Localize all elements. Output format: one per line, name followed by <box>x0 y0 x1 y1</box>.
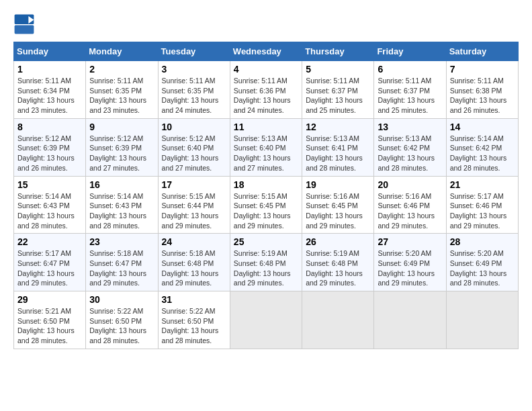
day-number: 17 <box>162 179 226 190</box>
day-info: Sunrise: 5:11 AM Sunset: 6:36 PM Dayligh… <box>234 76 298 116</box>
day-number: 26 <box>306 236 370 247</box>
day-cell: 4 Sunrise: 5:11 AM Sunset: 6:36 PM Dayli… <box>230 61 302 119</box>
day-cell: 23 Sunrise: 5:18 AM Sunset: 6:47 PM Dayl… <box>86 234 158 291</box>
day-info: Sunrise: 5:17 AM Sunset: 6:46 PM Dayligh… <box>450 191 515 231</box>
day-info: Sunrise: 5:16 AM Sunset: 6:46 PM Dayligh… <box>378 191 442 231</box>
sunset: Sunset: 6:47 PM <box>17 259 70 267</box>
day-cell: 18 Sunrise: 5:15 AM Sunset: 6:45 PM Dayl… <box>230 176 302 234</box>
day-number: 3 <box>162 64 226 75</box>
day-number: 20 <box>378 179 442 190</box>
sunrise: Sunrise: 5:16 AM <box>378 192 431 200</box>
daylight: Daylight: 13 hours and 28 minutes. <box>17 212 75 230</box>
day-number: 30 <box>89 294 154 305</box>
daylight: Daylight: 13 hours and 24 minutes. <box>162 96 219 114</box>
daylight: Daylight: 13 hours and 29 minutes. <box>89 269 146 287</box>
day-cell: 8 Sunrise: 5:12 AM Sunset: 6:39 PM Dayli… <box>14 118 86 176</box>
sunrise: Sunrise: 5:11 AM <box>234 77 287 85</box>
daylight: Daylight: 13 hours and 28 minutes. <box>450 269 507 287</box>
daylight: Daylight: 13 hours and 23 minutes. <box>89 96 146 114</box>
sunrise: Sunrise: 5:13 AM <box>378 134 431 142</box>
daylight: Daylight: 13 hours and 29 minutes. <box>378 212 435 230</box>
sunrise: Sunrise: 5:13 AM <box>234 134 287 142</box>
day-info: Sunrise: 5:19 AM Sunset: 6:48 PM Dayligh… <box>306 248 370 288</box>
daylight: Daylight: 13 hours and 28 minutes. <box>378 154 435 172</box>
daylight: Daylight: 13 hours and 29 minutes. <box>162 212 219 230</box>
week-row-1: 1 Sunrise: 5:11 AM Sunset: 6:34 PM Dayli… <box>14 61 519 119</box>
day-number: 28 <box>450 236 515 247</box>
day-info: Sunrise: 5:18 AM Sunset: 6:47 PM Dayligh… <box>89 248 154 288</box>
day-cell <box>374 291 446 349</box>
daylight: Daylight: 13 hours and 28 minutes. <box>162 326 219 345</box>
day-info: Sunrise: 5:14 AM Sunset: 6:43 PM Dayligh… <box>17 191 82 231</box>
svg-rect-1 <box>15 26 34 34</box>
day-cell: 20 Sunrise: 5:16 AM Sunset: 6:46 PM Dayl… <box>374 176 446 234</box>
day-number: 27 <box>378 236 442 247</box>
day-info: Sunrise: 5:12 AM Sunset: 6:39 PM Dayligh… <box>17 134 82 173</box>
sunrise: Sunrise: 5:12 AM <box>89 134 143 142</box>
day-cell: 29 Sunrise: 5:21 AM Sunset: 6:50 PM Dayl… <box>14 291 86 349</box>
day-cell: 28 Sunrise: 5:20 AM Sunset: 6:49 PM Dayl… <box>446 234 518 291</box>
daylight: Daylight: 13 hours and 27 minutes. <box>89 154 146 172</box>
sunrise: Sunrise: 5:11 AM <box>450 77 504 85</box>
sunrise: Sunrise: 5:22 AM <box>89 307 143 315</box>
sunset: Sunset: 6:49 PM <box>450 259 502 267</box>
daylight: Daylight: 13 hours and 27 minutes. <box>162 154 219 172</box>
day-cell: 12 Sunrise: 5:13 AM Sunset: 6:41 PM Dayl… <box>302 118 374 176</box>
day-number: 2 <box>89 64 154 75</box>
day-info: Sunrise: 5:13 AM Sunset: 6:41 PM Dayligh… <box>306 134 370 173</box>
sunrise: Sunrise: 5:19 AM <box>306 249 359 257</box>
day-info: Sunrise: 5:14 AM Sunset: 6:42 PM Dayligh… <box>450 134 515 173</box>
sunrise: Sunrise: 5:12 AM <box>17 134 71 142</box>
day-info: Sunrise: 5:12 AM Sunset: 6:39 PM Dayligh… <box>89 134 154 173</box>
sunrise: Sunrise: 5:11 AM <box>162 77 216 85</box>
day-number: 7 <box>450 64 515 75</box>
day-number: 18 <box>234 179 298 190</box>
daylight: Daylight: 13 hours and 29 minutes. <box>234 212 291 230</box>
sunrise: Sunrise: 5:14 AM <box>17 192 71 200</box>
sunrise: Sunrise: 5:11 AM <box>89 77 143 85</box>
day-number: 5 <box>306 64 370 75</box>
day-info: Sunrise: 5:13 AM Sunset: 6:40 PM Dayligh… <box>234 134 298 173</box>
day-cell: 15 Sunrise: 5:14 AM Sunset: 6:43 PM Dayl… <box>14 176 86 234</box>
daylight: Daylight: 13 hours and 29 minutes. <box>306 269 363 287</box>
day-cell: 7 Sunrise: 5:11 AM Sunset: 6:38 PM Dayli… <box>446 61 518 119</box>
sunrise: Sunrise: 5:18 AM <box>162 249 216 257</box>
day-cell: 2 Sunrise: 5:11 AM Sunset: 6:35 PM Dayli… <box>86 61 158 119</box>
day-cell: 30 Sunrise: 5:22 AM Sunset: 6:50 PM Dayl… <box>86 291 158 349</box>
day-cell: 31 Sunrise: 5:22 AM Sunset: 6:50 PM Dayl… <box>158 291 230 349</box>
header-friday: Friday <box>374 42 446 61</box>
day-number: 19 <box>306 179 370 190</box>
calendar-body: 1 Sunrise: 5:11 AM Sunset: 6:34 PM Dayli… <box>14 61 519 349</box>
sunset: Sunset: 6:50 PM <box>17 317 70 325</box>
daylight: Daylight: 13 hours and 23 minutes. <box>17 96 75 114</box>
sunrise: Sunrise: 5:11 AM <box>378 77 431 85</box>
week-row-3: 15 Sunrise: 5:14 AM Sunset: 6:43 PM Dayl… <box>14 176 519 234</box>
day-number: 12 <box>306 122 370 132</box>
day-number: 8 <box>17 122 82 132</box>
sunrise: Sunrise: 5:12 AM <box>162 134 216 142</box>
sunset: Sunset: 6:46 PM <box>450 201 502 210</box>
day-info: Sunrise: 5:15 AM Sunset: 6:45 PM Dayligh… <box>234 191 298 231</box>
day-info: Sunrise: 5:11 AM Sunset: 6:37 PM Dayligh… <box>378 76 442 116</box>
day-number: 14 <box>450 122 515 132</box>
day-number: 25 <box>234 236 298 247</box>
sunrise: Sunrise: 5:17 AM <box>450 192 504 200</box>
sunrise: Sunrise: 5:13 AM <box>306 134 359 142</box>
day-info: Sunrise: 5:20 AM Sunset: 6:49 PM Dayligh… <box>450 248 515 288</box>
daylight: Daylight: 13 hours and 28 minutes. <box>89 326 146 345</box>
day-info: Sunrise: 5:11 AM Sunset: 6:35 PM Dayligh… <box>89 76 154 116</box>
day-number: 11 <box>234 122 298 132</box>
day-number: 23 <box>89 236 154 247</box>
day-number: 6 <box>378 64 442 75</box>
day-cell: 9 Sunrise: 5:12 AM Sunset: 6:39 PM Dayli… <box>86 118 158 176</box>
day-cell: 13 Sunrise: 5:13 AM Sunset: 6:42 PM Dayl… <box>374 118 446 176</box>
sunrise: Sunrise: 5:15 AM <box>234 192 287 200</box>
sunrise: Sunrise: 5:11 AM <box>17 77 71 85</box>
daylight: Daylight: 13 hours and 29 minutes. <box>378 269 435 287</box>
day-cell: 6 Sunrise: 5:11 AM Sunset: 6:37 PM Dayli… <box>374 61 446 119</box>
day-info: Sunrise: 5:11 AM Sunset: 6:35 PM Dayligh… <box>162 76 226 116</box>
days-header-row: SundayMondayTuesdayWednesdayThursdayFrid… <box>14 42 519 61</box>
sunset: Sunset: 6:45 PM <box>234 201 286 210</box>
day-cell <box>446 291 518 349</box>
week-row-2: 8 Sunrise: 5:12 AM Sunset: 6:39 PM Dayli… <box>14 118 519 176</box>
